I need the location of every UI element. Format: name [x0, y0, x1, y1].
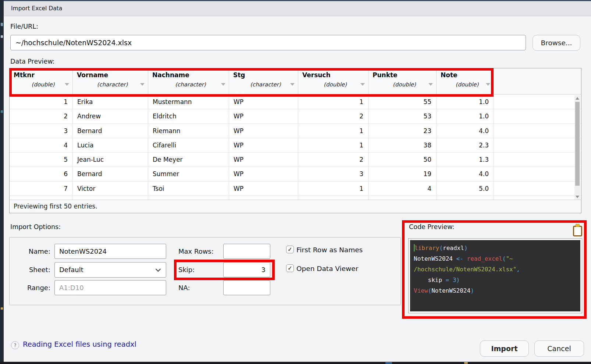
scroll-up-icon[interactable] [576, 97, 579, 100]
table-cell: 2 [298, 153, 369, 167]
table-cell: 1 [298, 138, 369, 152]
help-icon: ? [11, 341, 19, 349]
table-row: 2AndrewEldritchWP2531.0 [10, 109, 581, 124]
column-header-note: Note(double) [437, 68, 494, 94]
table-cell: Mustermann [148, 95, 229, 109]
column-dropdown-icon[interactable] [140, 83, 145, 86]
table-cell: 23 [369, 124, 437, 138]
table-cell: WP [229, 109, 298, 123]
range-input[interactable] [54, 280, 166, 295]
copy-code-clipboard-icon[interactable] [573, 226, 582, 236]
table-cell: Jean-Luc [73, 153, 148, 167]
table-row: 4LuciaCifarelliWP1382.3 [10, 138, 581, 153]
code-editor[interactable]: library(readxl)NotenWS2024 <- read_excel… [410, 240, 580, 311]
column-dropdown-icon[interactable] [221, 83, 225, 86]
table-cell: 19 [369, 167, 437, 181]
import-options-label: Import Options: [10, 223, 61, 231]
table-cell: 4.0 [437, 124, 494, 138]
column-header-nachname: Nachname(character) [148, 68, 229, 94]
scrollbar-thumb[interactable] [575, 102, 580, 186]
column-header-vorname: Vorname(character) [73, 68, 148, 94]
table-cell: WP [229, 95, 298, 109]
table-cell: WP [229, 167, 298, 181]
column-dropdown-icon[interactable] [486, 83, 490, 86]
table-cell: 1 [298, 95, 369, 109]
column-dropdown-icon[interactable] [290, 83, 295, 86]
max-rows-input[interactable] [223, 244, 270, 259]
table-cell: Summer [148, 167, 229, 181]
table-cell: 38 [369, 138, 437, 152]
table-cell: 5.0 [437, 182, 494, 196]
table-cell: Eldritch [148, 109, 229, 123]
open-data-viewer-label: Open Data Viewer [296, 265, 358, 272]
range-label: Range: [20, 284, 50, 292]
table-cell: 5 [10, 153, 73, 167]
first-row-as-names-checkbox[interactable]: ✓ [286, 246, 294, 253]
import-excel-dialog: Import Excel Data File/URL: Browse... Da… [4, 0, 591, 362]
table-cell: 55 [369, 95, 437, 109]
cancel-button[interactable]: Cancel [534, 340, 584, 357]
name-input[interactable] [54, 244, 166, 259]
table-cell: 2.3 [437, 138, 494, 152]
column-dropdown-icon[interactable] [360, 83, 365, 86]
scroll-down-icon[interactable] [576, 196, 579, 198]
table-cell: 2 [298, 109, 369, 123]
column-header-stg: Stg(character) [229, 68, 298, 94]
table-cell: 3 [10, 124, 73, 138]
table-cell: 6 [10, 167, 73, 181]
table-cell: 1.0 [437, 95, 494, 109]
table-cell: Cifarelli [148, 138, 229, 152]
first-row-as-names-label: First Row as Names [296, 246, 363, 254]
table-row: 5Jean-LucDe MeyerWP2501.3 [10, 153, 581, 167]
table-row: 3BernardRiemannWP1234.0 [10, 124, 581, 138]
table-row: 7VictorTsoiWP145.0 [10, 182, 581, 196]
data-preview-table: Mtknr(double)Vorname(character)Nachname(… [9, 68, 581, 213]
sheet-select-value: Default [59, 266, 83, 274]
column-header-mtknr: Mtknr(double) [10, 68, 73, 94]
code-preview-frame: library(readxl)NotenWS2024 <- read_excel… [408, 238, 582, 313]
table-cell: 7 [10, 182, 73, 196]
table-cell: 1.3 [437, 153, 494, 167]
dialog-titlebar: Import Excel Data [4, 0, 591, 16]
skip-label: Skip: [178, 266, 195, 274]
import-button[interactable]: Import [480, 340, 529, 357]
table-cell: Lucia [73, 138, 148, 152]
open-data-viewer-checkbox[interactable]: ✓ [286, 264, 294, 272]
taskbar-edge [0, 362, 591, 364]
data-preview-label: Data Preview: [10, 58, 54, 65]
column-dropdown-icon[interactable] [65, 83, 69, 86]
column-header-punkte: Punkte(double) [369, 68, 437, 94]
table-cell: 1.0 [437, 109, 494, 123]
background-window-edge [0, 0, 4, 364]
browse-button[interactable]: Browse... [533, 35, 580, 51]
na-label: NA: [178, 284, 190, 292]
file-url-input[interactable] [10, 35, 526, 50]
table-cell: De Meyer [148, 153, 229, 167]
table-cell: Victor [73, 182, 148, 196]
table-cell: 2 [10, 109, 73, 123]
dialog-title: Import Excel Data [11, 5, 62, 12]
sheet-select[interactable]: Default [54, 262, 166, 278]
na-input[interactable] [223, 280, 270, 295]
sheet-label: Sheet: [20, 266, 50, 274]
name-label: Name: [20, 247, 50, 255]
table-cell: 53 [369, 109, 437, 123]
table-cell: 50 [369, 153, 437, 167]
table-rows: 1ErikaMustermannWP1551.02AndrewEldritchW… [10, 95, 581, 200]
table-cell: Bernard [73, 167, 148, 181]
table-row: 1ErikaMustermannWP1551.0 [10, 95, 581, 109]
table-cell: 1 [298, 124, 369, 138]
skip-input[interactable] [223, 262, 270, 277]
table-cell: 1 [298, 182, 369, 196]
file-url-label: File/URL: [10, 23, 38, 30]
help-link[interactable]: Reading Excel files using readxl [23, 340, 136, 349]
preview-status-text: Previewing first 50 entries. [10, 200, 581, 213]
table-cell: 3 [298, 167, 369, 181]
column-header-versuch: Versuch(double) [298, 68, 369, 94]
column-dropdown-icon[interactable] [428, 83, 433, 86]
vertical-scrollbar[interactable] [574, 95, 580, 200]
table-cell: Andrew [73, 109, 148, 123]
table-cell: 4 [10, 138, 73, 152]
table-cell: 1 [10, 95, 73, 109]
table-cell: Tsoi [148, 182, 229, 196]
